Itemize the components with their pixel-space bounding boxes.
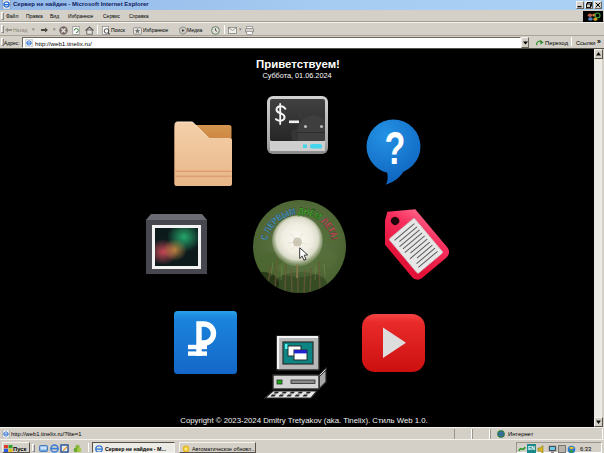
svg-text:?: ? <box>384 123 405 174</box>
